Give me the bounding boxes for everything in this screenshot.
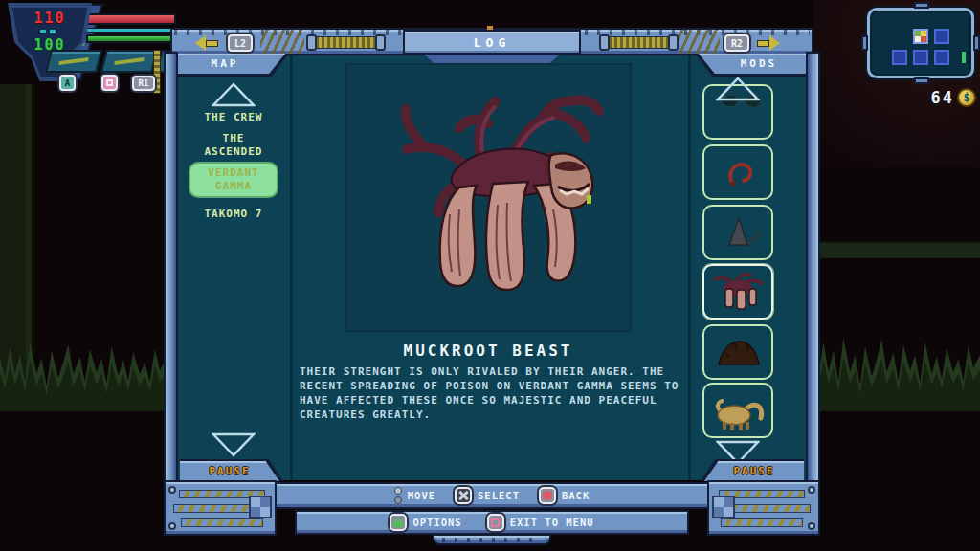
nav-item-the-ascended[interactable]: THE ASCENDED bbox=[193, 132, 274, 159]
coil-cap bbox=[668, 34, 679, 51]
next-category-key[interactable]: R2 bbox=[724, 34, 749, 52]
small-red-creature-icon bbox=[709, 150, 767, 194]
coil-cap bbox=[306, 34, 317, 51]
top-bar-stripes-left bbox=[260, 30, 304, 54]
list-scroll-up-arrow[interactable] bbox=[212, 82, 256, 107]
top-bar-coil-left bbox=[312, 36, 379, 49]
menu-edge-right bbox=[806, 52, 820, 482]
hint-move-label: MOVE bbox=[408, 490, 435, 501]
tab-map[interactable]: MAP bbox=[212, 57, 239, 70]
pause-label-right: PAUSE bbox=[733, 465, 774, 477]
prev-category-arrow-icon[interactable] bbox=[195, 35, 218, 51]
controls-bar-secondary: OPTIONS EXIT TO MENU bbox=[295, 510, 689, 535]
hint-move[interactable]: MOVE bbox=[394, 487, 435, 504]
menu-edge-left bbox=[164, 52, 178, 482]
top-bar-coil-right bbox=[605, 36, 672, 49]
hint-back-label: BACK bbox=[562, 490, 590, 501]
coil-cap bbox=[599, 34, 610, 51]
game-screen: 110 100 A R1 64 $ bbox=[0, 0, 980, 551]
bottom-decor-right bbox=[707, 480, 820, 536]
controls-bar-primary: MOVE SELECT BACK bbox=[275, 482, 709, 509]
prev-category-key[interactable]: L2 bbox=[228, 34, 253, 52]
menu-title: LOG bbox=[474, 35, 510, 50]
list-scroll-down-arrow[interactable] bbox=[212, 432, 256, 457]
next-category-arrow-icon[interactable] bbox=[757, 35, 780, 51]
log-thumbnail-5[interactable] bbox=[702, 324, 773, 380]
bottom-decor-left bbox=[164, 480, 277, 536]
hint-exit-label: EXIT TO MENU bbox=[510, 517, 594, 528]
log-thumbnail-4-selected[interactable] bbox=[702, 264, 773, 320]
bottom-tongue bbox=[433, 534, 551, 545]
log-entry-description: THEIR STRENGHT IS ONLY RIVALED BY THEIR … bbox=[300, 364, 694, 422]
tab-mods[interactable]: MODS bbox=[741, 57, 778, 70]
nav-item-the-crew[interactable]: THE CREW bbox=[188, 111, 279, 124]
menu-title-banner: LOG bbox=[403, 30, 581, 55]
hint-options[interactable]: OPTIONS bbox=[390, 514, 461, 531]
thumbnails-scroll-up-arrow[interactable] bbox=[716, 77, 760, 101]
log-entry-title: MUCKROOT BEAST bbox=[297, 342, 679, 360]
tab-mods-backing: MODS bbox=[695, 54, 806, 77]
log-thumbnail-6[interactable] bbox=[702, 383, 773, 438]
gray-fin-creature-icon bbox=[709, 210, 767, 254]
log-thumbnail-2[interactable] bbox=[702, 144, 773, 200]
pause-tab-left: PAUSE bbox=[180, 459, 283, 481]
decor-grid bbox=[714, 497, 733, 517]
hint-select-label: SELECT bbox=[478, 490, 520, 501]
hint-select[interactable]: SELECT bbox=[455, 487, 520, 504]
tab-map-backing: MAP bbox=[178, 54, 289, 77]
cross-button-icon bbox=[455, 487, 472, 504]
coil-cap bbox=[375, 34, 386, 51]
log-thumbnail-3[interactable] bbox=[702, 205, 773, 260]
hint-exit[interactable]: EXIT TO MENU bbox=[487, 514, 594, 531]
hint-options-label: OPTIONS bbox=[412, 517, 461, 528]
tan-longsnout-creature-icon bbox=[708, 387, 768, 433]
pause-label-left: PAUSE bbox=[209, 465, 250, 477]
log-menu-panel: L2 R2 LOG MAP MODS THE CREW THE ASCENDED… bbox=[0, 0, 980, 551]
muckroot-beast-image bbox=[364, 80, 612, 320]
nav-item-takomo-7[interactable]: TAKOMO 7 bbox=[188, 208, 279, 221]
top-bar-stripes-right bbox=[676, 30, 720, 54]
dark-dome-creature-icon bbox=[709, 330, 767, 374]
circle-button-icon bbox=[539, 487, 556, 504]
left-stick-icon bbox=[394, 487, 402, 504]
pause-tab-right: PAUSE bbox=[701, 459, 804, 481]
nav-item-verdant-gamma[interactable]: VERDANT GAMMA bbox=[190, 164, 277, 196]
muckroot-beast-thumb-icon bbox=[708, 268, 768, 316]
decor-grid bbox=[251, 497, 270, 517]
left-column-divider bbox=[290, 54, 293, 480]
square-button-icon bbox=[487, 514, 504, 531]
banner-light bbox=[487, 26, 493, 30]
hint-back[interactable]: BACK bbox=[539, 487, 590, 504]
triangle-button-icon bbox=[390, 514, 407, 531]
